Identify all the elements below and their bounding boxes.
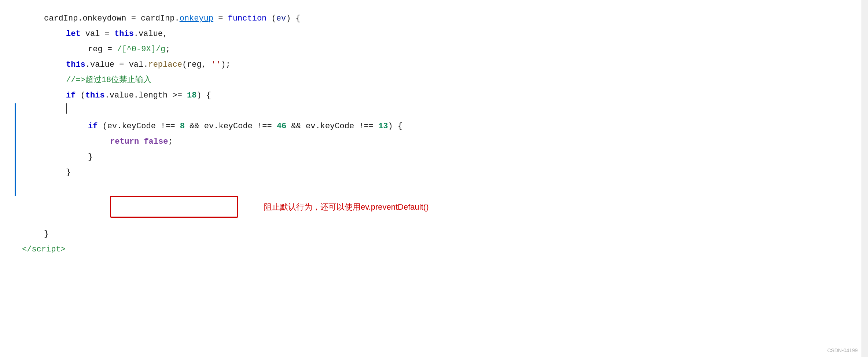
- code-container: cardInp.onkeydown = cardInp.onkeyup = fu…: [0, 0, 868, 357]
- code-text: val =: [81, 26, 114, 42]
- code-text: reg =: [88, 42, 117, 57]
- keyword-let: let: [66, 26, 81, 42]
- regex: /[^0-9X]/g: [117, 42, 165, 57]
- code-line-1: cardInp.onkeydown = cardInp.onkeyup = fu…: [22, 11, 868, 26]
- code-text: );: [221, 57, 231, 73]
- code-line-9: return false;: [22, 134, 868, 150]
- keyword-this: this: [85, 88, 105, 103]
- code-text: ) {: [388, 119, 403, 134]
- code-line-7: [22, 103, 868, 119]
- number-8: 8: [180, 119, 185, 134]
- code-line-6: if (this.value.length >= 18) {: [22, 88, 868, 103]
- code-text: (reg,: [182, 57, 211, 73]
- keyword-if: if: [66, 88, 76, 103]
- code-line-14: </script>: [22, 242, 868, 257]
- code-text: }: [44, 227, 49, 242]
- code-line-12: [22, 180, 868, 227]
- param-ev: ev: [276, 11, 286, 26]
- comment-line: //=>超过18位禁止输入: [66, 73, 151, 88]
- code-text: ) {: [196, 88, 211, 103]
- code-text: ;: [165, 42, 170, 57]
- number-18: 18: [187, 88, 196, 103]
- code-line-13: }: [22, 227, 868, 242]
- code-text: }: [66, 165, 71, 180]
- left-bar-outer: [15, 103, 16, 196]
- number-46: 46: [277, 119, 286, 134]
- code-text: }: [88, 150, 93, 165]
- keyword-return: return: [110, 134, 139, 150]
- code-text: (: [76, 88, 85, 103]
- code-text: && ev.keyCode !==: [185, 119, 277, 134]
- keyword-false: false: [144, 134, 168, 150]
- text-cursor: [66, 103, 67, 114]
- code-text: (: [266, 11, 276, 26]
- code-line-10: }: [22, 150, 868, 165]
- number-13: 13: [378, 119, 388, 134]
- closing-tag: </script>: [22, 242, 66, 257]
- code-text: .value,: [134, 26, 168, 42]
- string-empty: '': [211, 57, 221, 73]
- code-line-11: }: [22, 165, 868, 180]
- code-line-8: if (ev.keyCode !== 8 && ev.keyCode !== 4…: [22, 119, 868, 134]
- keyword-function: function: [228, 11, 267, 26]
- code-text: .value.length >=: [105, 88, 187, 103]
- code-text: .value = val.: [85, 57, 148, 73]
- code-line-4: this.value = val.replace(reg, '');: [22, 57, 868, 73]
- code-text: && ev.keyCode !==: [286, 119, 378, 134]
- keyword-if-2: if: [88, 119, 98, 134]
- code-line-5: //=>超过18位禁止输入: [22, 73, 868, 88]
- onkeyup-link[interactable]: onkeyup: [180, 11, 213, 26]
- code-text: cardInp.onkeydown = cardInp.: [44, 11, 180, 26]
- code-text: =: [213, 11, 228, 26]
- code-line-3: reg = /[^0-9X]/g;: [22, 42, 868, 57]
- code-text: ) {: [286, 11, 301, 26]
- scrollbar[interactable]: [861, 0, 868, 357]
- code-text: (ev.keyCode !==: [98, 119, 180, 134]
- code-text: [139, 134, 144, 150]
- watermark: CSDN-04199: [827, 347, 858, 353]
- code-line-2: let val = this.value,: [22, 26, 868, 42]
- method-replace: replace: [148, 57, 182, 73]
- keyword-this: this: [114, 26, 134, 42]
- code-text: ;: [168, 134, 173, 150]
- annotation-text: 阻止默认行为，还可以使用ev.preventDefault(): [264, 202, 429, 213]
- keyword-this: this: [66, 57, 85, 73]
